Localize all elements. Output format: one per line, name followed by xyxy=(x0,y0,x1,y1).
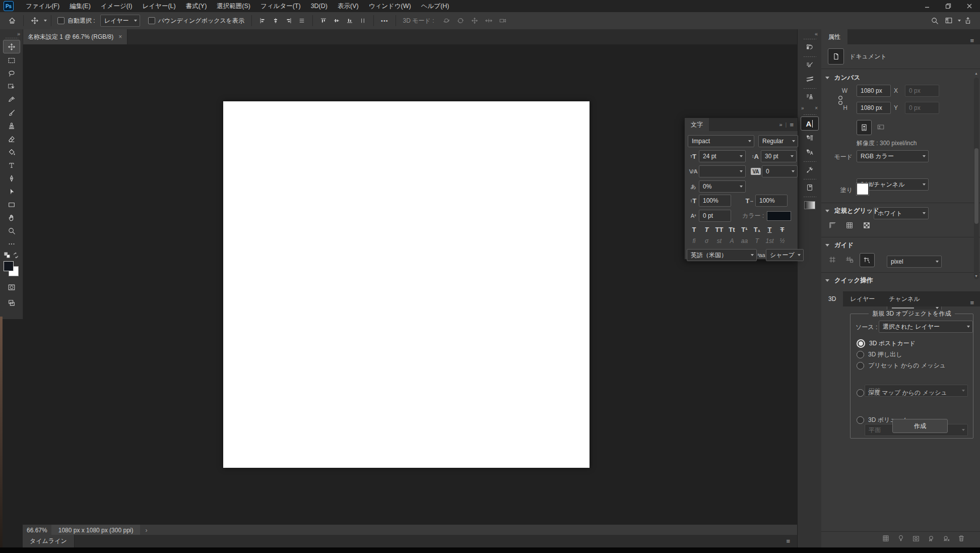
zoom-level[interactable]: 66.67% xyxy=(27,527,47,534)
menu-w[interactable]: ウィンドウ(W) xyxy=(364,0,416,12)
move-tool-preset-icon[interactable] xyxy=(28,17,42,25)
font-family-dropdown[interactable]: Impact xyxy=(688,135,754,147)
move-tool[interactable] xyxy=(3,40,20,53)
gradient-tool[interactable] xyxy=(4,146,20,158)
timeline-tab[interactable]: タイムライン xyxy=(23,535,75,547)
orientation-landscape-button[interactable] xyxy=(874,120,888,134)
leading-dropdown[interactable]: 30 pt xyxy=(761,150,797,162)
menu-s[interactable]: 選択範囲(S) xyxy=(212,0,255,12)
distribute-vertical-icon[interactable] xyxy=(356,17,369,24)
superscript-button[interactable]: T¹ xyxy=(738,224,751,234)
minimize-button[interactable] xyxy=(917,0,938,12)
transparency-grid-icon[interactable] xyxy=(860,219,874,232)
brush-settings-panel-icon[interactable] xyxy=(801,58,818,72)
paragraph-panel-icon[interactable] xyxy=(801,132,818,145)
auto-select-dropdown[interactable]: レイヤー xyxy=(100,15,140,27)
type-tool[interactable] xyxy=(4,159,20,171)
panel-collapse-icon[interactable]: » xyxy=(779,121,782,128)
chevron-down-icon[interactable] xyxy=(44,20,47,22)
strikethrough-button[interactable]: Ŧ xyxy=(776,224,789,234)
text-color-swatch[interactable] xyxy=(767,211,791,221)
timeline-menu-icon[interactable]: ≡ xyxy=(786,537,797,545)
screen-mode-button[interactable] xyxy=(4,296,20,309)
eraser-tool[interactable] xyxy=(4,133,20,145)
tool-presets-panel-icon[interactable] xyxy=(801,163,818,176)
titling-alternates-button[interactable]: T xyxy=(751,236,763,246)
slide-camera-icon[interactable] xyxy=(482,17,496,25)
ruler-icon[interactable] xyxy=(825,219,839,232)
path-selection-tool[interactable] xyxy=(4,185,20,198)
width-field[interactable]: 1080 px xyxy=(857,85,891,97)
tsume-dropdown[interactable]: 0% xyxy=(699,180,746,193)
ordinals-button[interactable]: 1st xyxy=(763,236,776,246)
toolbar-expand-icon[interactable]: » xyxy=(17,31,20,37)
align-top-icon[interactable] xyxy=(317,17,330,24)
dock-grip[interactable] xyxy=(803,38,816,40)
guides-section-header[interactable]: ガイド xyxy=(825,241,854,250)
dock-grip[interactable] xyxy=(803,178,816,180)
tab-character[interactable]: 文字 xyxy=(685,118,709,131)
character-panel-icon[interactable]: A xyxy=(801,116,819,131)
horizontal-scale-field[interactable]: 100% xyxy=(755,195,788,207)
document-tab-close-icon[interactable]: × xyxy=(118,33,122,40)
hand-tool[interactable] xyxy=(4,211,20,224)
pan-camera-icon[interactable] xyxy=(468,17,482,25)
properties-menu-icon[interactable]: ≡ xyxy=(970,37,980,44)
properties-scrollbar[interactable] xyxy=(974,78,979,279)
object-selection-tool[interactable] xyxy=(4,80,20,93)
radio-3d-option-3[interactable] xyxy=(857,362,864,370)
clone-source-panel-icon[interactable] xyxy=(801,90,818,103)
tab-3d[interactable]: 3D xyxy=(821,291,843,306)
dock-grip[interactable] xyxy=(803,56,816,57)
contextual-alternates-button[interactable]: aa xyxy=(738,236,751,246)
faux-bold-button[interactable]: T xyxy=(688,224,700,234)
all-caps-button[interactable]: TT xyxy=(713,224,726,234)
delete-material-icon[interactable] xyxy=(942,534,950,542)
radio-3d-option-4[interactable] xyxy=(857,389,864,397)
auto-select-checkbox[interactable] xyxy=(57,17,64,24)
font-size-dropdown[interactable]: 24 pt xyxy=(699,150,746,162)
align-left-icon[interactable] xyxy=(256,17,269,24)
panel-close-icon[interactable]: × xyxy=(815,105,818,111)
clone-stamp-tool[interactable] xyxy=(4,119,20,132)
libraries-panel-icon[interactable] xyxy=(801,181,818,194)
canvas-section-header[interactable]: カンバス xyxy=(825,74,860,82)
menu-f[interactable]: ファイル(F) xyxy=(21,0,64,12)
move-camera-icon[interactable] xyxy=(496,17,510,25)
tab-properties[interactable]: 属性 xyxy=(821,29,847,44)
tab-チャンネル[interactable]: チャンネル xyxy=(882,291,927,306)
character-panel-menu-icon[interactable]: ≡ xyxy=(790,121,794,129)
quick-actions-section-header[interactable]: クイック操作 xyxy=(825,276,873,285)
units-dropdown[interactable]: pixel xyxy=(887,256,942,268)
more-options-button[interactable]: ••• xyxy=(378,18,391,24)
document-tab[interactable]: 名称未設定 1 @ 66.7% (RGB/8) × xyxy=(23,29,127,44)
history-panel-icon[interactable] xyxy=(801,41,818,54)
height-field[interactable]: 1080 px xyxy=(857,102,891,114)
radio-3d-option-1[interactable] xyxy=(857,339,865,348)
foreground-color-swatch[interactable] xyxy=(4,261,14,271)
subscript-button[interactable]: T₁ xyxy=(751,224,763,234)
underline-button[interactable]: T xyxy=(763,224,776,234)
discretionary-ligatures-button[interactable]: st xyxy=(713,236,726,246)
kerning-dropdown[interactable] xyxy=(699,165,746,177)
lock-guides-icon[interactable] xyxy=(842,253,857,266)
canvas-fill-swatch[interactable] xyxy=(857,183,869,195)
roll-camera-icon[interactable] xyxy=(453,17,468,25)
lasso-tool[interactable] xyxy=(4,67,20,80)
canvas-fill-dropdown[interactable]: ホワイト xyxy=(874,207,929,219)
radio-3d-option-5[interactable] xyxy=(857,416,864,424)
color-mode-dropdown[interactable]: RGB カラー xyxy=(857,150,929,162)
new-light-icon[interactable] xyxy=(897,534,905,542)
menu-t[interactable]: フィルター(T) xyxy=(255,0,306,12)
faux-italic-button[interactable]: T xyxy=(700,224,713,234)
rulers-grid-section-header[interactable]: 定規とグリッド xyxy=(825,207,879,215)
orientation-portrait-button[interactable] xyxy=(857,120,872,135)
document-properties-icon[interactable] xyxy=(828,48,844,65)
dock-collapse-icon[interactable]: « xyxy=(815,31,817,37)
default-colors-icon[interactable] xyxy=(4,252,11,259)
small-caps-button[interactable]: Tt xyxy=(726,224,738,234)
close-button[interactable] xyxy=(959,0,980,12)
align-bottom-icon[interactable] xyxy=(343,17,356,24)
zoom-tool[interactable] xyxy=(4,224,20,237)
restore-button[interactable] xyxy=(938,0,959,12)
